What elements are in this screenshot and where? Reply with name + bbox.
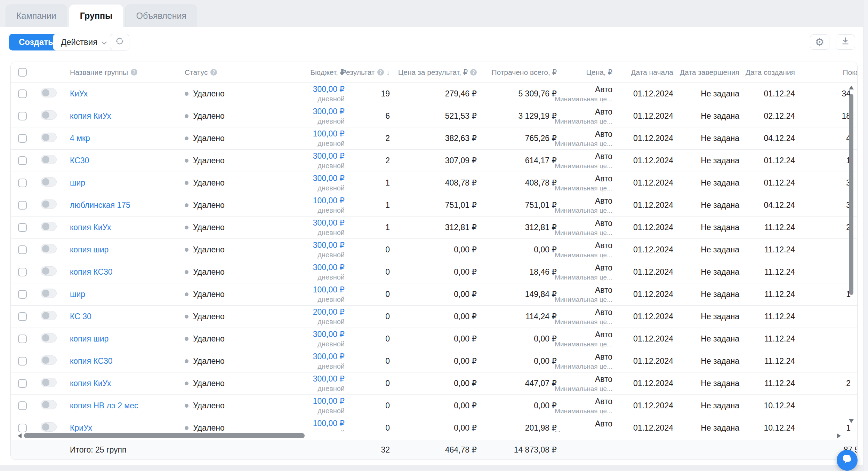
download-button[interactable] <box>836 34 855 50</box>
budget-value-link[interactable]: 300,00 ₽ <box>313 151 345 161</box>
row-toggle-off[interactable] <box>41 244 57 253</box>
date-end-value: Не задана <box>701 267 739 277</box>
row-checkbox[interactable] <box>18 312 27 321</box>
budget-value-link[interactable]: 100,00 ₽ <box>313 419 345 428</box>
row-checkbox[interactable] <box>18 335 27 343</box>
browser-scrollbar-gutter[interactable] <box>863 0 868 471</box>
tab-ads[interactable]: Объявления <box>125 5 197 27</box>
row-checkbox[interactable] <box>18 201 27 210</box>
group-name-link[interactable]: копия шир <box>70 334 108 343</box>
scroll-down-arrow-icon[interactable] <box>849 419 854 423</box>
date-start-value: 01.12.2024 <box>633 89 673 99</box>
row-checkbox[interactable] <box>18 290 27 299</box>
row-toggle-off[interactable] <box>41 222 57 231</box>
budget-value-link[interactable]: 300,00 ₽ <box>313 85 345 94</box>
group-name-link[interactable]: люблинская 175 <box>70 201 130 210</box>
date-created-value: 11.12.24 <box>764 223 795 232</box>
group-name-link[interactable]: КС 30 <box>70 312 91 321</box>
date-created-value: 11.12.24 <box>764 267 795 277</box>
scroll-up-arrow-icon[interactable] <box>849 86 854 89</box>
budget-value-link[interactable]: 300,00 ₽ <box>313 218 345 228</box>
budget-value-link[interactable]: 100,00 ₽ <box>313 196 345 205</box>
group-name-link[interactable]: шир <box>70 290 85 299</box>
row-toggle-off[interactable] <box>41 199 57 209</box>
row-checkbox[interactable] <box>18 89 27 98</box>
status-dot-icon <box>185 382 188 385</box>
vertical-scrollbar-thumb[interactable] <box>849 94 853 295</box>
row-checkbox[interactable] <box>18 401 27 410</box>
group-name-link[interactable]: шир <box>70 178 85 187</box>
row-toggle-off[interactable] <box>41 422 57 432</box>
help-icon[interactable]: ? <box>470 69 477 76</box>
group-name-link[interactable]: копия КиУх <box>70 111 111 120</box>
group-name-link[interactable]: копия НВ лэ 2 мес <box>70 401 138 410</box>
budget-value-link[interactable]: 300,00 ₽ <box>313 174 345 183</box>
row-toggle-off[interactable] <box>41 133 57 142</box>
row-toggle-off[interactable] <box>41 110 57 120</box>
budget-value-link[interactable]: 300,00 ₽ <box>313 241 345 250</box>
row-checkbox[interactable] <box>18 156 27 165</box>
result-value: 0 <box>385 267 390 277</box>
row-checkbox[interactable] <box>18 112 27 120</box>
group-name-link[interactable]: копия КС30 <box>70 267 113 276</box>
row-toggle-off[interactable] <box>41 355 57 365</box>
refresh-button[interactable] <box>110 34 129 50</box>
budget-value-link[interactable]: 300,00 ₽ <box>313 107 345 116</box>
price-mode-value: Авто <box>595 129 612 139</box>
select-all-checkbox[interactable] <box>18 68 27 77</box>
row-toggle-off[interactable] <box>41 311 57 320</box>
row-checkbox[interactable] <box>18 134 27 143</box>
settings-button[interactable]: ⚙ <box>810 34 829 50</box>
help-icon[interactable]: ? <box>377 69 384 76</box>
group-name-link[interactable]: копия КиУх <box>70 223 111 232</box>
budget-value-link[interactable]: 300,00 ₽ <box>313 374 345 384</box>
scroll-left-arrow-icon[interactable] <box>18 433 22 438</box>
row-checkbox[interactable] <box>18 245 27 254</box>
group-name-link[interactable]: копия шир <box>70 245 108 254</box>
row-checkbox[interactable] <box>18 424 27 432</box>
tab-groups[interactable]: Группы <box>69 5 123 27</box>
price-note: Минимальная це... <box>555 207 612 214</box>
group-name-link[interactable]: копия КС30 <box>70 356 113 366</box>
row-toggle-off[interactable] <box>41 289 57 298</box>
scroll-right-arrow-icon[interactable] <box>837 433 841 438</box>
row-checkbox[interactable] <box>18 379 27 388</box>
group-name-link[interactable]: копия КиУх <box>70 379 111 388</box>
budget-value-link[interactable]: 100,00 ₽ <box>313 129 345 139</box>
group-name-link[interactable]: КриУх <box>70 423 92 432</box>
row-toggle-off[interactable] <box>41 378 57 387</box>
budget-value-link[interactable]: 300,00 ₽ <box>313 330 345 339</box>
row-toggle-off[interactable] <box>41 177 57 187</box>
actions-button[interactable]: Действия <box>53 34 115 50</box>
group-name-link[interactable]: 4 мкр <box>70 134 90 143</box>
row-toggle-off[interactable] <box>41 333 57 343</box>
help-icon[interactable]: ? <box>131 69 137 76</box>
horizontal-scrollbar-thumb[interactable] <box>24 433 305 438</box>
row-toggle-off[interactable] <box>41 155 57 164</box>
date-created-value: 01.12.24 <box>764 178 795 188</box>
budget-value-link[interactable]: 100,00 ₽ <box>313 397 345 406</box>
budget-value-link[interactable]: 300,00 ₽ <box>313 263 345 272</box>
group-name-link[interactable]: КиУх <box>70 89 88 98</box>
budget-value-link[interactable]: 200,00 ₽ <box>313 307 345 317</box>
column-header-result[interactable]: Результат <box>341 68 375 77</box>
row-checkbox[interactable] <box>18 223 27 232</box>
help-icon[interactable]: ? <box>210 69 217 76</box>
tab-campaigns[interactable]: Кампании <box>6 5 67 27</box>
row-toggle-off[interactable] <box>41 88 57 97</box>
row-checkbox[interactable] <box>18 179 27 187</box>
budget-value-link[interactable]: 100,00 ₽ <box>313 285 345 295</box>
horizontal-scrollbar <box>11 432 857 440</box>
row-checkbox[interactable] <box>18 268 27 276</box>
date-created-value: 11.12.24 <box>764 245 795 254</box>
budget-value-link[interactable]: 300,00 ₽ <box>313 352 345 361</box>
date-start-value: 01.12.2024 <box>633 290 673 299</box>
price-note: Минимальная це... <box>555 430 612 432</box>
sort-desc-icon[interactable]: ↓ <box>386 68 390 77</box>
row-toggle-off[interactable] <box>41 266 57 276</box>
group-name-link[interactable]: КС30 <box>70 156 89 165</box>
row-checkbox[interactable] <box>18 357 27 366</box>
row-toggle-off[interactable] <box>41 400 57 409</box>
status-dot-icon <box>185 181 188 185</box>
support-chat-button[interactable] <box>837 450 858 471</box>
